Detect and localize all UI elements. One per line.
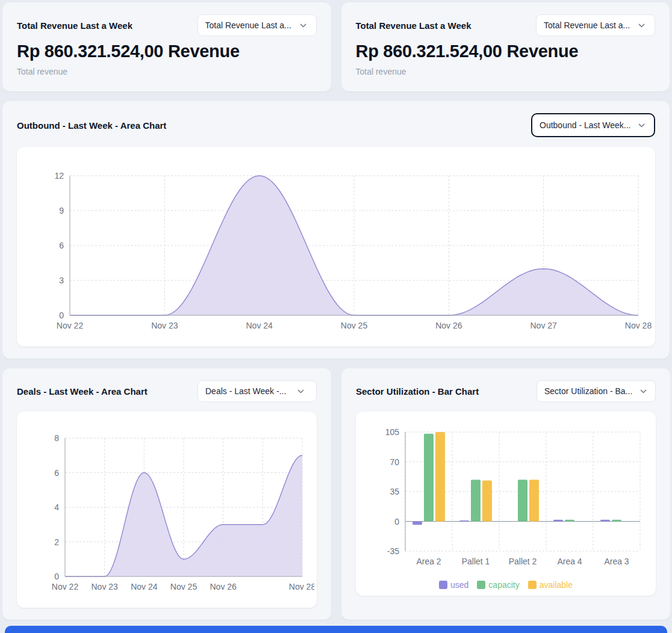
bottom-card-edge — [5, 626, 667, 633]
revenue-card-1-title: Total Revenue Last a Week — [17, 20, 132, 31]
revenue-card-2: Total Revenue Last a Week Total Revenue … — [341, 2, 670, 91]
svg-text:Nov 22: Nov 22 — [57, 321, 84, 330]
deals-dropdown[interactable]: Deals - Last Week -... — [198, 380, 317, 402]
chevron-down-icon — [638, 123, 645, 128]
svg-text:Area 4: Area 4 — [557, 557, 582, 566]
legend-swatch — [528, 581, 537, 589]
svg-text:Pallet 2: Pallet 2 — [509, 557, 537, 566]
outbound-dropdown[interactable]: Outbound - Last Week... — [531, 113, 655, 137]
svg-text:Area 3: Area 3 — [604, 557, 629, 566]
svg-text:-35: -35 — [387, 546, 399, 556]
svg-text:12: 12 — [54, 171, 64, 181]
revenue-card-1: Total Revenue Last a Week Total Revenue … — [2, 2, 331, 91]
deals-area-chart: 02468Nov 22Nov 23Nov 24Nov 25Nov 26Nov 2… — [19, 416, 314, 604]
sector-chart-legend: usedcapacityavailable — [358, 575, 653, 592]
sector-bar-chart: -3503570105Area 2Pallet 1Pallet 2Area 4A… — [358, 416, 653, 575]
revenue-value: Rp 860.321.524,00 Revenue — [356, 42, 656, 61]
svg-text:Nov 25: Nov 25 — [170, 582, 198, 591]
svg-text:Nov 25: Nov 25 — [341, 321, 368, 330]
svg-text:3: 3 — [59, 276, 64, 285]
revenue-card-1-dropdown[interactable]: Total Revenue Last a... — [198, 14, 317, 36]
deals-card-title: Deals - Last Week - Area Chart — [17, 386, 148, 397]
dashboard-page: Total Revenue Last a Week Total Revenue … — [0, 0, 672, 633]
legend-item-used[interactable]: used — [439, 580, 468, 590]
deals-card: Deals - Last Week - Area Chart Deals - L… — [2, 368, 331, 620]
svg-text:2: 2 — [54, 537, 59, 547]
sector-chart-panel: -3503570105Area 2Pallet 1Pallet 2Area 4A… — [356, 412, 656, 596]
revenue-card-2-title: Total Revenue Last a Week — [356, 20, 471, 31]
dropdown-value: Total Revenue Last a... — [205, 20, 291, 30]
svg-text:Area 2: Area 2 — [416, 557, 441, 566]
svg-text:Nov 22: Nov 22 — [52, 582, 79, 591]
dropdown-value: Outbound - Last Week... — [540, 120, 631, 130]
svg-text:Nov 26: Nov 26 — [210, 582, 237, 591]
svg-text:Nov 28: Nov 28 — [289, 582, 314, 591]
svg-text:70: 70 — [390, 457, 399, 467]
dropdown-value: Deals - Last Week -... — [205, 386, 286, 396]
bottom-row: Deals - Last Week - Area Chart Deals - L… — [2, 368, 670, 620]
svg-text:Pallet 1: Pallet 1 — [462, 557, 490, 566]
outbound-card: Outbound - Last Week - Area Chart Outbou… — [2, 101, 670, 359]
sector-card: Sector Utilization - Bar Chart Sector Ut… — [341, 368, 670, 620]
chevron-down-icon — [297, 389, 304, 394]
revenue-card-2-dropdown[interactable]: Total Revenue Last a... — [536, 14, 655, 36]
outbound-card-title: Outbound - Last Week - Area Chart — [17, 120, 166, 131]
dropdown-value: Total Revenue Last a... — [544, 20, 630, 30]
svg-text:Nov 24: Nov 24 — [246, 321, 273, 330]
legend-item-capacity[interactable]: capacity — [477, 580, 519, 590]
svg-text:6: 6 — [54, 468, 59, 478]
legend-swatch — [477, 581, 485, 589]
svg-text:0: 0 — [59, 310, 64, 320]
chevron-down-icon — [300, 23, 306, 28]
svg-text:Nov 28: Nov 28 — [625, 321, 652, 330]
dropdown-value: Sector Utilization - Ba... — [544, 386, 632, 396]
legend-label: capacity — [488, 580, 519, 590]
svg-text:4: 4 — [54, 502, 59, 512]
svg-text:Nov 23: Nov 23 — [91, 582, 118, 591]
revenue-subtitle: Total revenue — [17, 67, 317, 76]
revenue-value: Rp 860.321.524,00 Revenue — [17, 42, 317, 61]
legend-label: available — [540, 580, 573, 590]
chevron-down-icon — [638, 23, 645, 28]
legend-swatch — [439, 581, 447, 589]
svg-text:0: 0 — [54, 572, 59, 581]
sector-card-title: Sector Utilization - Bar Chart — [356, 386, 479, 397]
svg-text:0: 0 — [394, 517, 399, 526]
svg-text:9: 9 — [59, 206, 64, 215]
legend-item-available[interactable]: available — [528, 580, 573, 590]
chevron-down-icon — [640, 389, 647, 394]
svg-text:Nov 23: Nov 23 — [151, 321, 178, 330]
legend-label: used — [450, 580, 468, 590]
svg-text:6: 6 — [59, 241, 64, 250]
svg-text:Nov 24: Nov 24 — [131, 582, 158, 591]
svg-text:Nov 26: Nov 26 — [435, 321, 462, 330]
sector-dropdown[interactable]: Sector Utilization - Ba... — [537, 380, 656, 402]
outbound-area-chart: 036912Nov 22Nov 23Nov 24Nov 25Nov 26Nov … — [19, 152, 653, 343]
outbound-chart-panel: 036912Nov 22Nov 23Nov 24Nov 25Nov 26Nov … — [17, 147, 655, 347]
svg-text:105: 105 — [385, 427, 400, 437]
svg-text:8: 8 — [54, 433, 59, 443]
revenue-subtitle: Total revenue — [356, 67, 656, 76]
svg-text:35: 35 — [390, 487, 399, 496]
svg-text:Nov 27: Nov 27 — [530, 321, 557, 330]
revenue-row: Total Revenue Last a Week Total Revenue … — [2, 2, 670, 91]
deals-chart-panel: 02468Nov 22Nov 23Nov 24Nov 25Nov 26Nov 2… — [17, 412, 317, 608]
